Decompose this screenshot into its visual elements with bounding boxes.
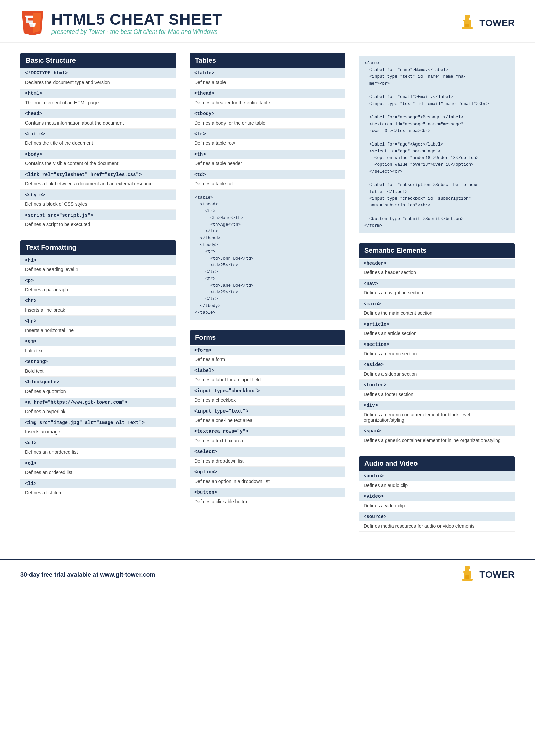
- desc-title: Defines the title of the document: [20, 139, 176, 149]
- svg-rect-12: [465, 566, 470, 569]
- tag-link: <link rel="stylesheet" href="styles.css"…: [20, 170, 176, 179]
- svg-rect-6: [465, 15, 470, 18]
- tag-nav: <nav>: [359, 279, 515, 288]
- header-title-block: HTML5 CHEAT SHEET presented by Tower - t…: [51, 10, 222, 36]
- forms-section: Forms <form> Defines a form <label> Defi…: [190, 330, 345, 507]
- tag-article: <article>: [359, 319, 515, 329]
- svg-rect-7: [465, 18, 469, 20]
- tag-blockquote: <blockquote>: [20, 377, 176, 387]
- desc-input-text: Defines a one-line text area: [190, 416, 345, 426]
- column-1: Basic Structure <!DOCTYPE html> Declares…: [14, 53, 183, 542]
- column-3: <form> <label for="name">Name:</label> <…: [352, 53, 521, 542]
- text-formatting-section: Text Formatting <h1> Defines a heading l…: [20, 240, 176, 498]
- desc-table: Defines a table: [190, 78, 345, 88]
- tag-body: <body>: [20, 150, 176, 159]
- tower-logo-footer: TOWER: [458, 566, 515, 583]
- tag-h1: <h1>: [20, 255, 176, 265]
- audio-video-header: Audio and Video: [359, 456, 515, 471]
- text-formatting-header: Text Formatting: [20, 240, 176, 255]
- svg-marker-3: [25, 15, 33, 18]
- forms-items: <form> Defines a form <label> Defines a …: [190, 346, 345, 507]
- tag-span: <span>: [359, 426, 515, 436]
- header-left: HTML5 CHEAT SHEET presented by Tower - t…: [20, 10, 222, 36]
- tag-head: <head>: [20, 109, 176, 118]
- desc-a: Defines a hyperlink: [20, 407, 176, 417]
- desc-tbody: Defines a body for the entire table: [190, 118, 345, 129]
- tower-icon-header: [458, 14, 476, 32]
- desc-hr: Inserts a horizontal line: [20, 326, 176, 336]
- desc-script: Defines a script to be executed: [20, 220, 176, 230]
- tag-a: <a href="https://www.git-tower.com">: [20, 398, 176, 407]
- tag-style: <style>: [20, 190, 176, 200]
- semantic-section: Semantic Elements <header> Defines a hea…: [359, 243, 515, 446]
- desc-aside: Defines a sidebar section: [359, 370, 515, 380]
- tag-div: <div>: [359, 401, 515, 410]
- form-code-section: <form> <label for="name">Name:</label> <…: [359, 56, 515, 233]
- tag-input-text: <input type="text">: [190, 406, 345, 416]
- desc-option: Defines an option in a dropdown list: [190, 477, 345, 487]
- desc-main: Defines the main content section: [359, 309, 515, 319]
- tag-td: <td>: [190, 170, 345, 179]
- desc-input-checkbox: Defines a checkbox: [190, 396, 345, 406]
- tag-header: <header>: [359, 259, 515, 268]
- tables-section: Tables <table> Defines a table <thead> D…: [190, 53, 345, 320]
- desc-button: Defines a clickable button: [190, 497, 345, 507]
- semantic-header: Semantic Elements: [359, 243, 515, 258]
- basic-structure-header: Basic Structure: [20, 53, 176, 68]
- tag-input-checkbox: <input type="checkbox">: [190, 386, 345, 396]
- desc-link: Defines a link between a document and an…: [20, 179, 176, 190]
- desc-td: Defines a table cell: [190, 179, 345, 190]
- desc-audio: Defines an audio clip: [359, 481, 515, 491]
- tag-em: <em>: [20, 337, 176, 346]
- tag-select: <select>: [190, 447, 345, 457]
- svg-rect-13: [465, 569, 469, 571]
- svg-rect-10: [462, 27, 473, 29]
- desc-header: Defines a header section: [359, 268, 515, 278]
- page-title: HTML5 CHEAT SHEET: [51, 10, 222, 28]
- tag-doctype: <!DOCTYPE html>: [20, 68, 176, 78]
- tag-ul: <ul>: [20, 438, 176, 448]
- desc-footer: Defines a footer section: [359, 390, 515, 400]
- desc-head: Contains meta information about the docu…: [20, 118, 176, 129]
- audio-video-section: Audio and Video <audio> Defines an audio…: [359, 456, 515, 532]
- desc-html: The root element of an HTML page: [20, 98, 176, 108]
- desc-em: Italic text: [20, 346, 176, 356]
- desc-video: Defines a video clip: [359, 501, 515, 511]
- desc-section: Defines a generic section: [359, 349, 515, 359]
- tag-html: <html>: [20, 89, 176, 98]
- svg-rect-16: [462, 579, 473, 581]
- desc-article: Defines an article section: [359, 329, 515, 339]
- tag-img: <img src="image.jpg" alt="Image Alt Text…: [20, 418, 176, 427]
- desc-p: Defines a paragraph: [20, 285, 176, 295]
- tower-label-footer: TOWER: [479, 569, 515, 580]
- tag-br: <br>: [20, 296, 176, 306]
- svg-rect-14: [463, 571, 471, 573]
- tag-form: <form>: [190, 346, 345, 355]
- page-header: HTML5 CHEAT SHEET presented by Tower - t…: [0, 0, 535, 43]
- html5-logo-icon: [20, 11, 45, 35]
- desc-select: Defines a dropdown list: [190, 457, 345, 467]
- tower-logo-header: TOWER: [458, 14, 515, 32]
- header-subtitle: presented by Tower - the best Git client…: [51, 28, 222, 36]
- tag-aside: <aside>: [359, 360, 515, 370]
- tag-tr: <tr>: [190, 129, 345, 139]
- tag-video: <video>: [359, 492, 515, 501]
- tag-section: <section>: [359, 340, 515, 349]
- tag-title: <title>: [20, 129, 176, 139]
- desc-source: Defines media resources for audio or vid…: [359, 521, 515, 532]
- tag-source: <source>: [359, 512, 515, 521]
- tag-ol: <ol>: [20, 459, 176, 468]
- tables-code-example: <table> <thead> <tr> <th>Name</th> <th>A…: [190, 190, 345, 320]
- desc-form: Defines a form: [190, 355, 345, 365]
- tag-hr: <hr>: [20, 316, 176, 326]
- tag-audio: <audio>: [359, 471, 515, 481]
- basic-structure-items: <!DOCTYPE html> Declares the document ty…: [20, 68, 176, 230]
- desc-textarea: Defines a text box area: [190, 436, 345, 446]
- desc-br: Inserts a line break: [20, 306, 176, 316]
- tag-footer: <footer>: [359, 380, 515, 390]
- tag-textarea: <textarea rows="y">: [190, 427, 345, 436]
- desc-h1: Defines a heading level 1: [20, 265, 176, 275]
- svg-rect-11: [465, 24, 469, 27]
- desc-tr: Defines a table row: [190, 139, 345, 149]
- tag-table: <table>: [190, 68, 345, 78]
